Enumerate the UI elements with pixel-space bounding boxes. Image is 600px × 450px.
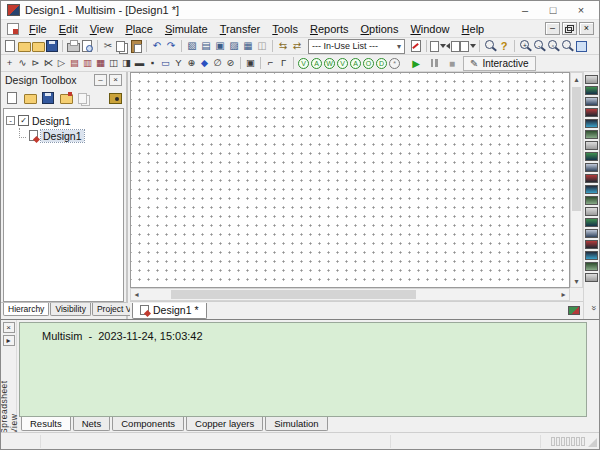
place-power-icon[interactable]: ▬ bbox=[133, 56, 146, 70]
place-indicator-icon[interactable]: ◨ bbox=[120, 56, 133, 70]
logic-analyzer-icon[interactable] bbox=[585, 174, 598, 183]
postprocessor-icon[interactable]: ▦ bbox=[241, 39, 255, 53]
logic-converter-icon[interactable] bbox=[585, 163, 598, 172]
capture-screen-area-icon[interactable] bbox=[430, 39, 446, 53]
print-icon[interactable] bbox=[66, 39, 80, 53]
place-electromechanical-icon[interactable]: ⊕ bbox=[185, 56, 198, 70]
place-ttl-icon[interactable]: ▤ bbox=[68, 56, 81, 70]
new-folder-icon[interactable] bbox=[59, 91, 73, 105]
open-design-icon[interactable] bbox=[23, 91, 37, 105]
back-annotate-icon[interactable] bbox=[446, 39, 460, 53]
voltage-probe-icon[interactable]: V bbox=[298, 58, 309, 69]
child-minimize-button[interactable]: – bbox=[545, 22, 560, 35]
place-mixed-icon[interactable]: ◫ bbox=[107, 56, 120, 70]
spreadsheet-tab[interactable]: Copper layers bbox=[186, 417, 263, 431]
toggle-design-toolbox-icon[interactable]: ▧ bbox=[185, 39, 199, 53]
back-annotate-from-layout-icon[interactable]: ⇄ bbox=[290, 39, 304, 53]
hierarchical-block-icon[interactable]: ▣ bbox=[244, 56, 257, 70]
menu-item[interactable]: Options bbox=[355, 22, 405, 36]
new-schematic-icon[interactable] bbox=[5, 91, 19, 105]
in-use-list-combo[interactable]: --- In-Use List --- ▾ bbox=[308, 39, 405, 54]
panel-minimize-button[interactable]: – bbox=[94, 74, 107, 86]
spreadsheet-close-button[interactable]: × bbox=[3, 322, 15, 333]
scroll-down-icon[interactable]: ▾ bbox=[571, 275, 582, 287]
menu-item[interactable]: Window bbox=[404, 22, 455, 36]
digital-probe-icon[interactable]: D bbox=[376, 58, 387, 69]
minimize-button[interactable]: – bbox=[511, 1, 539, 19]
spreadsheet-pin-button[interactable]: ▸ bbox=[3, 335, 15, 346]
copy-icon[interactable] bbox=[115, 39, 129, 53]
new-icon[interactable] bbox=[3, 39, 17, 53]
bus-icon[interactable]: Γ bbox=[277, 56, 290, 70]
toolbar-overflow-icon[interactable]: » bbox=[588, 305, 598, 310]
paste-disabled-icon[interactable] bbox=[77, 91, 91, 105]
open-sample-icon[interactable] bbox=[31, 39, 45, 53]
design-toolbox-tab[interactable]: Hierarchy bbox=[3, 303, 49, 316]
print-preview-icon[interactable] bbox=[80, 39, 94, 53]
place-misc-icon[interactable]: ▪ bbox=[146, 56, 159, 70]
horizontal-scroll-thumb[interactable] bbox=[171, 290, 416, 299]
agilent-multimeter-icon[interactable] bbox=[585, 240, 598, 249]
four-channel-oscilloscope-icon[interactable] bbox=[585, 119, 598, 128]
tab-bar-tool-icon[interactable] bbox=[568, 306, 580, 315]
tree-root-row[interactable]: - ✓ Design1 bbox=[6, 113, 121, 128]
sheet-tab-design1[interactable]: Design1 * bbox=[132, 303, 207, 319]
spreadsheet-tab[interactable]: Nets bbox=[73, 417, 111, 431]
redo-icon[interactable]: ↷ bbox=[164, 39, 178, 53]
place-mcu-icon[interactable]: ⊘ bbox=[224, 56, 237, 70]
voltage-reference-probe-icon[interactable]: O bbox=[363, 58, 374, 69]
save-design-icon[interactable] bbox=[41, 91, 55, 105]
parent-sheet-icon[interactable]: ◫ bbox=[255, 39, 269, 53]
close-button[interactable]: × bbox=[567, 1, 595, 19]
wattmeter-icon[interactable] bbox=[585, 97, 598, 106]
pause-button[interactable] bbox=[427, 56, 441, 70]
stop-button[interactable]: ■ bbox=[445, 56, 459, 70]
tree-child-label[interactable]: Design1 bbox=[41, 130, 84, 142]
panel-close-button[interactable]: × bbox=[109, 74, 122, 86]
zoom-full-icon[interactable] bbox=[574, 39, 588, 53]
menu-item[interactable]: Help bbox=[456, 22, 491, 36]
collapse-icon[interactable]: - bbox=[6, 116, 15, 125]
help-icon[interactable]: ? bbox=[497, 39, 511, 53]
open-icon[interactable] bbox=[17, 39, 31, 53]
tree-root-label[interactable]: Design1 bbox=[32, 115, 71, 127]
place-transistor-icon[interactable]: ⋉ bbox=[42, 56, 55, 70]
tektronix-oscilloscope-icon[interactable] bbox=[585, 262, 598, 271]
iv-analyzer-icon[interactable] bbox=[585, 185, 598, 194]
find-icon[interactable] bbox=[483, 39, 497, 53]
place-ni-component-icon[interactable]: ◆ bbox=[198, 56, 211, 70]
menu-item[interactable]: Reports bbox=[304, 22, 355, 36]
power-probe-icon[interactable]: W bbox=[324, 58, 335, 69]
word-generator-icon[interactable] bbox=[585, 152, 598, 161]
schematic-canvas[interactable] bbox=[130, 72, 570, 288]
spectrum-analyzer-icon[interactable] bbox=[585, 207, 598, 216]
design-checkbox-icon[interactable]: ✓ bbox=[18, 115, 29, 126]
interactive-button[interactable]: ✎ Interactive bbox=[463, 56, 536, 71]
place-source-icon[interactable]: + bbox=[3, 56, 16, 70]
forward-annotate-icon[interactable] bbox=[460, 39, 476, 53]
design-toolbox-tab[interactable]: Visibility bbox=[50, 303, 91, 316]
grapher-icon[interactable]: ▨ bbox=[227, 39, 241, 53]
scroll-left-icon[interactable]: ◂ bbox=[131, 289, 142, 300]
cut-icon[interactable]: ✂ bbox=[101, 39, 115, 53]
horizontal-scrollbar[interactable]: ◂ ▸ bbox=[130, 288, 570, 301]
paste-icon[interactable] bbox=[129, 39, 143, 53]
snapshot-icon[interactable] bbox=[108, 91, 122, 105]
menu-item[interactable]: File bbox=[23, 22, 53, 36]
function-generator-icon[interactable] bbox=[585, 86, 598, 95]
child-close-button[interactable]: × bbox=[579, 22, 594, 35]
place-rf-icon[interactable]: Y bbox=[172, 56, 185, 70]
menu-item[interactable]: Simulate bbox=[159, 22, 214, 36]
run-button[interactable]: ▶ bbox=[409, 56, 423, 70]
current-probe-icon[interactable]: A bbox=[311, 58, 322, 69]
zoom-fit-icon[interactable] bbox=[560, 39, 574, 53]
erc-icon[interactable] bbox=[409, 39, 423, 53]
spreadsheet-tab[interactable]: Simulation bbox=[265, 417, 327, 431]
spice-netlist-viewer-icon[interactable]: ▣ bbox=[213, 39, 227, 53]
undo-icon[interactable]: ↶ bbox=[150, 39, 164, 53]
menu-item[interactable]: Edit bbox=[53, 22, 84, 36]
vertical-scrollbar[interactable]: ▴ ▾ bbox=[570, 72, 583, 288]
multimeter-icon[interactable] bbox=[585, 75, 598, 84]
child-window-icon[interactable] bbox=[7, 23, 19, 35]
network-analyzer-icon[interactable] bbox=[585, 218, 598, 227]
